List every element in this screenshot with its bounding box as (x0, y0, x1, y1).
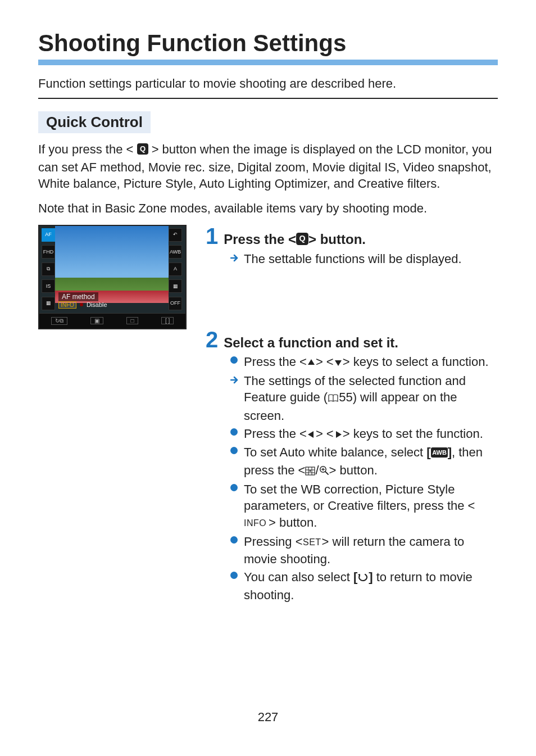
q-button-icon: Q (296, 233, 308, 249)
lcd-right-icon-3: ▦ (169, 279, 182, 293)
lcd-bottom-0: ↻⧉ (51, 317, 67, 325)
s2i0-mid1: > < (316, 355, 334, 369)
down-arrow-icon (334, 355, 343, 372)
up-arrow-icon (307, 355, 316, 372)
return-icon (357, 570, 369, 587)
step-1-title-b: > button. (308, 232, 366, 247)
step-2-item-6: You can also select [] to return to movi… (230, 569, 498, 603)
bullet-icon (230, 428, 238, 436)
page-number: 227 (0, 710, 536, 725)
step-2-item-5: Pressing <SET> will return the camera to… (230, 533, 498, 568)
s2i4-post: > button. (269, 515, 317, 529)
step-2-item-2: Press the <> <> keys to set the function… (230, 425, 498, 443)
step-1: 1 Press the <Q> button. The settable fun… (206, 225, 498, 268)
lcd-bottom-3: [ ] (161, 317, 174, 324)
lcd-right-icon-0: ↶ (169, 228, 182, 242)
lcd-figure: AF FHD ⧉ IS ▦ ↶ AWB A ▦ OFF AF method IN… (38, 225, 187, 329)
s2i4-pre: To set the WB correction, Picture Style … (244, 482, 475, 513)
step-2-number: 2 (206, 328, 218, 351)
svg-text:INFO: INFO (244, 519, 266, 528)
bullet-icon (230, 572, 238, 579)
lcd-rec-dot (80, 303, 83, 306)
magnify-icon (319, 463, 329, 480)
step-2-item-4: To set the WB correction, Picture Style … (230, 481, 498, 532)
lcd-left-icon-3: IS (42, 279, 55, 293)
lcd-bottom-1: ▣ (90, 317, 103, 324)
lcd-bottom-bar: ↻⧉ ▣ □ [ ] (39, 313, 185, 328)
step-2-item-1: The settings of the selected function an… (230, 373, 498, 424)
step-2: 2 Select a function and set it. Press th… (206, 328, 498, 603)
step-1-number: 1 (206, 225, 218, 247)
lcd-disable-text: Disable (87, 301, 107, 308)
left-arrow-icon (307, 427, 316, 443)
lcd-right-icon-4: OFF (169, 297, 182, 310)
s2i0-post: > keys to select a function. (343, 355, 489, 369)
quick-control-paragraph-1: If you press the < Q > button when the i… (38, 141, 498, 192)
step-2-title: Select a function and set it. (224, 335, 398, 351)
lcd-label: AF method (58, 292, 98, 301)
lcd-info-row: INFO Disable (58, 301, 107, 309)
s2i3-post: > button. (329, 463, 378, 477)
lcd-info-badge: INFO (58, 301, 76, 309)
lcd-right-icon-1: AWB (169, 245, 182, 259)
s2i2-pre: Press the < (244, 427, 307, 441)
lcd-left-col: AF FHD ⧉ IS ▦ (40, 227, 57, 311)
step-1-item-0: The settable functions will be displayed… (230, 251, 498, 268)
s2i5-pre: Pressing < (244, 535, 303, 549)
svg-text:Q: Q (299, 234, 305, 243)
bullet-icon (230, 484, 238, 491)
qc-para1-a: If you press the < (38, 142, 133, 156)
lcd-left-icon-4: ▦ (42, 297, 55, 310)
section-heading-quick-control: Quick Control (38, 111, 151, 133)
title-underline (38, 60, 498, 65)
q-button-icon: Q (137, 142, 148, 159)
step-1-title: Press the <Q> button. (224, 232, 366, 249)
intro-rule (38, 98, 498, 99)
svg-point-7 (310, 470, 311, 472)
bullet-icon (230, 356, 238, 364)
lcd-left-icon-2: ⧉ (42, 262, 55, 276)
intro-paragraph: Function settings particular to movie sh… (38, 75, 498, 92)
step-2-item-0: Press the <> <> keys to select a functio… (230, 354, 498, 372)
quick-control-paragraph-2: Note that in Basic Zone modes, available… (38, 200, 498, 217)
arrow-right-icon (230, 253, 239, 262)
s2i2-post: > keys to set the function. (343, 427, 483, 441)
svg-text:AWB: AWB (432, 449, 447, 456)
book-icon (328, 391, 339, 408)
lcd-left-icon-1: FHD (42, 245, 55, 259)
s2i6-pre: You can also select (244, 570, 353, 584)
lcd-bottom-2: □ (126, 317, 138, 324)
set-icon: SET (303, 535, 322, 551)
svg-text:Q: Q (139, 144, 145, 153)
bullet-icon (230, 447, 238, 454)
step-2-item-3: To set Auto white balance, select [AWB],… (230, 444, 498, 479)
s2i3-pre: To set Auto white balance, select (244, 445, 426, 459)
page-title: Shooting Function Settings (38, 30, 498, 56)
step-1-title-a: Press the < (224, 232, 296, 247)
lcd-right-icon-2: A (169, 262, 182, 276)
grid-icon (305, 463, 315, 480)
s2i0-pre: Press the < (244, 355, 307, 369)
lcd-sky (55, 226, 169, 282)
s2i2-mid1: > < (316, 427, 334, 441)
bullet-icon (230, 536, 238, 544)
svg-text:SET: SET (303, 538, 321, 547)
info-icon: INFO (244, 515, 269, 532)
lcd-right-col: ↶ AWB A ▦ OFF (167, 227, 184, 311)
arrow-right-icon (230, 375, 239, 384)
step-1-item-0-text: The settable functions will be displayed… (244, 252, 462, 266)
awb-icon: AWB (431, 445, 448, 462)
right-arrow-icon (334, 427, 343, 443)
lcd-left-icon-0: AF (42, 228, 55, 242)
